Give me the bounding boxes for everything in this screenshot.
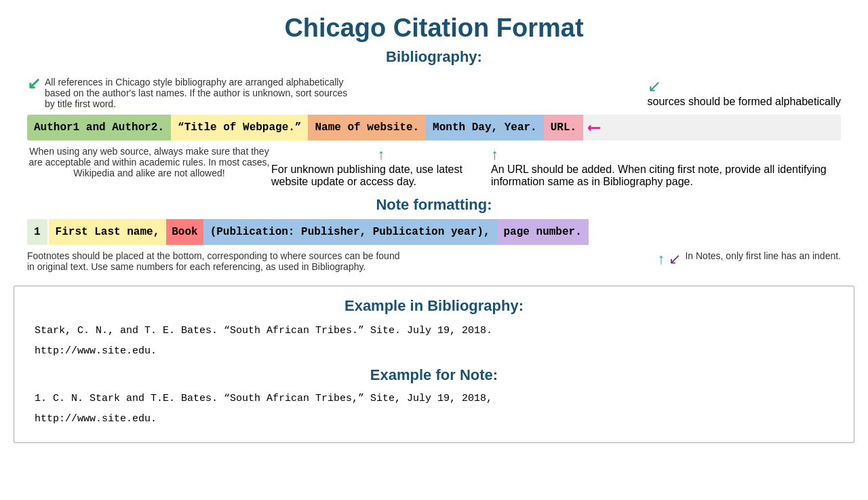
annotation-left: ↙ All references in Chicago style biblio… [27,77,353,109]
annotation-right-text: sources should be formed alphabetically [648,96,842,108]
below-note-left-text: Footnotes should be placed at the bottom… [27,250,407,272]
example-bib-line2: http://www.site.edu. [35,343,833,360]
annotation-left-text: All references in Chicago style bibliogr… [45,77,353,109]
note-heading: Note formatting: [27,196,841,214]
below-left-text: When using any web source, always make s… [29,146,270,178]
top-section: Chicago Citation Format Bibliography: ↙ … [0,0,868,279]
example-note-line1: 1. C. N. Stark and T.E. Bates. “South Af… [35,391,833,407]
below-citation-annotations: When using any web source, always make s… [27,146,841,188]
below-center-annotation: ↑ For unknown publishing date, use lates… [271,146,491,188]
arrow-green-icon: ↙ [27,74,41,93]
below-note-right-text: In Notes, only first line has an indent. [685,250,841,261]
annotation-top-right-area: ↙ sources should be formed alphabeticall… [648,77,842,109]
citation-part-url: URL. [544,115,583,140]
citation-part-date: Month Day, Year. [426,115,544,140]
below-right-text: An URL should be added. When citing firs… [491,164,841,188]
citation-part-website: Name of website. [308,115,426,140]
note-part-publication: (Publication: Publisher, Publication yea… [203,219,497,245]
below-note-right-area: ↑ ↙ In Notes, only first line has an ind… [657,250,841,268]
cyan-note-arrow-icon: ↑ [657,250,665,268]
below-left-annotation: When using any web source, always make s… [27,146,271,188]
note-part-page: page number. [497,219,589,245]
page-title: Chicago Citation Format [27,14,841,43]
cyan-arrow-right-icon: ↑ [491,146,498,164]
citation-part-title: “Title of Webpage.” [171,115,308,140]
below-right-annotation: ↑ An URL should be added. When citing fi… [491,146,841,188]
note-number: 1 [27,219,47,245]
top-annotations: ↙ All references in Chicago style biblio… [27,77,841,109]
example-bib-line1: Stark, C. N., and T. E. Bates. “South Af… [35,323,833,339]
example-note-line2: http://www.site.edu. [35,411,833,427]
note-citation-bar: 1 First Last name, Book (Publication: Pu… [27,219,841,245]
below-note-left-content: Footnotes should be placed at the bottom… [27,250,399,272]
bottom-example-section: Example in Bibliography: Stark, C. N., a… [14,286,854,443]
example-note-heading: Example for Note: [35,366,833,384]
below-note-annotations: Footnotes should be placed at the bottom… [27,250,841,272]
below-center-text: For unknown publishing date, use latest … [271,164,491,188]
bibliography-citation-bar: Author1 and Author2. “Title of Webpage.”… [27,115,841,140]
bibliography-heading: Bibliography: [27,48,841,66]
example-bib-heading: Example in Bibliography: [35,297,833,315]
cyan-arrow-down-icon: ↙ [648,77,661,96]
purple-note-arrow-icon: ↙ [669,250,681,268]
citation-part-author: Author1 and Author2. [27,115,171,140]
cyan-arrow-center-icon: ↑ [377,146,384,164]
note-part-book: Book [166,219,203,245]
pink-arrow-icon: ⟵ [589,117,599,138]
note-part-name: First Last name, [49,219,167,245]
